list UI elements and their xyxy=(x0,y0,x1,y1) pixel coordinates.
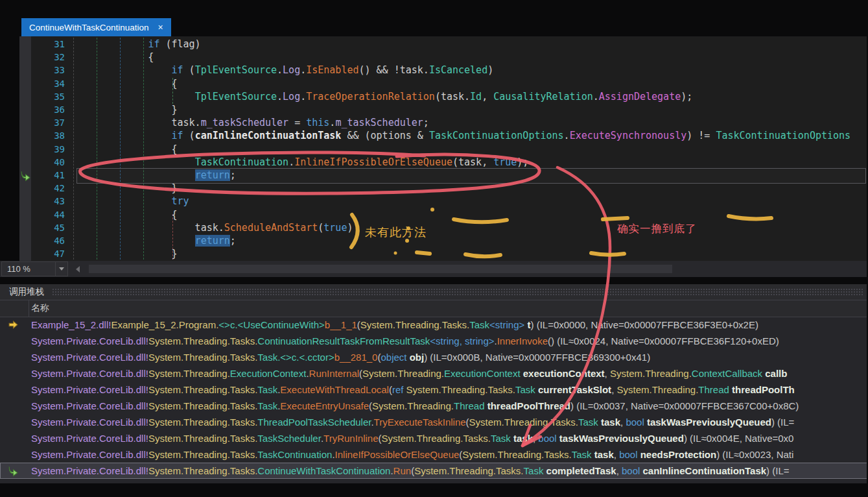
frame-token: , xyxy=(616,465,622,476)
code-token: this xyxy=(306,117,329,128)
frame-token: Task xyxy=(469,319,489,330)
code-token: if xyxy=(172,130,183,141)
frame-token: <>c.<UseContinueWith> xyxy=(218,319,324,330)
frame-token: ContextCallback xyxy=(692,368,762,379)
frame-token: TryRunInline xyxy=(323,433,378,444)
code-token xyxy=(78,130,172,141)
code-token: { xyxy=(78,143,178,155)
code-token: (flag) xyxy=(159,38,200,50)
frame-token: System.Threading.Tasks. xyxy=(148,449,257,460)
frame-token: b__1_1 xyxy=(325,319,357,330)
code-line-45[interactable]: 45 task.ScheduleAndStart(true) xyxy=(0,221,868,235)
frame-token: System.Threading.Tasks. xyxy=(148,352,257,363)
code-token: IsEnabled xyxy=(306,64,358,76)
code-text: if (TplEventSource.Log.IsEnabled() && !t… xyxy=(78,64,493,77)
code-token xyxy=(78,156,195,168)
code-token xyxy=(78,169,195,181)
frame-token: System.Private.CoreLib.dll! xyxy=(31,384,148,395)
code-line-47[interactable]: 47 } xyxy=(0,247,868,261)
frame-token: bool xyxy=(619,449,637,460)
code-token: } xyxy=(78,104,178,115)
code-line-42[interactable]: 42 } xyxy=(0,182,868,195)
code-token: () && !task. xyxy=(359,64,429,76)
frame-token: System.Threading. xyxy=(372,400,454,411)
frame-token: bool xyxy=(622,465,640,476)
stack-frame-row[interactable]: System.Private.CoreLib.dll!System.Thread… xyxy=(0,463,868,479)
code-token: . xyxy=(277,64,283,76)
frame-token: Example_15_2.Program. xyxy=(111,319,218,330)
frame-token: ExecuteWithThreadLocal xyxy=(280,384,389,395)
frame-token: ExecutionContext xyxy=(444,368,521,379)
line-number: 45 xyxy=(31,221,65,234)
zoom-level-select[interactable]: 110 % xyxy=(1,261,56,276)
frame-token: Thread xyxy=(454,400,485,411)
code-text: if (flag) xyxy=(78,38,201,51)
code-line-33[interactable]: 33 if (TplEventSource.Log.IsEnabled() &&… xyxy=(0,64,868,77)
code-line-41[interactable]: 41 return; xyxy=(0,169,868,182)
code-line-34[interactable]: 34 { xyxy=(0,77,868,91)
stack-frame-row[interactable]: Example_15_2.dll!Example_15_2.Program.<>… xyxy=(0,317,868,333)
code-line-35[interactable]: 35 TplEventSource.Log.TraceOperationRela… xyxy=(0,90,868,104)
frame-token: Task xyxy=(524,465,544,476)
frame-token: threadPoolTh xyxy=(729,384,795,395)
stack-frame-row[interactable]: System.Private.CoreLib.dll!System.Thread… xyxy=(0,349,868,365)
code-token: TaskContinuation xyxy=(195,156,289,168)
code-line-40[interactable]: 40 TaskContinuation.InlineIfPossibleOrEl… xyxy=(0,156,868,169)
code-text: return; xyxy=(78,169,236,182)
stack-frame-row[interactable]: System.Private.CoreLib.dll!System.Thread… xyxy=(0,365,868,382)
frame-token: Example_15_2.dll! xyxy=(31,319,111,330)
code-token: ; xyxy=(230,235,236,247)
code-line-39[interactable]: 39 { xyxy=(0,143,868,156)
stack-frame-row[interactable]: System.Private.CoreLib.dll!System.Thread… xyxy=(0,414,868,430)
code-text: if (canInlineContinuationTask && (option… xyxy=(78,129,850,142)
code-token: ( xyxy=(183,130,195,141)
stack-frame-row[interactable]: System.Private.CoreLib.dll!System.Thread… xyxy=(0,430,868,446)
frame-token: b__281_0 xyxy=(334,352,378,363)
frame-token: canInlineContinuationTask xyxy=(640,465,766,476)
frame-token: ) (IL= xyxy=(771,417,794,428)
stack-frame-row[interactable]: System.Private.CoreLib.dll!System.Thread… xyxy=(0,333,868,349)
code-editor[interactable]: 31 if (flag)32 {33 if (TplEventSource.Lo… xyxy=(0,36,868,261)
code-line-32[interactable]: 32 { xyxy=(0,51,868,64)
frame-token: <string, string> xyxy=(430,335,494,346)
editor-bottom-bar: 110 % xyxy=(0,261,868,277)
tab-bar: ContinueWithTaskContinuation × xyxy=(0,0,868,36)
frame-token: Task xyxy=(491,433,511,444)
code-token: { xyxy=(78,51,154,63)
frame-token: System.Threading. xyxy=(616,384,698,395)
code-line-37[interactable]: 37 task.m_taskScheduler = this.m_taskSch… xyxy=(0,116,868,130)
horizontal-scrollbar[interactable] xyxy=(80,261,868,277)
frame-token: bool xyxy=(538,433,556,444)
code-token: . xyxy=(288,156,294,168)
zoom-dropdown-button[interactable] xyxy=(56,261,68,276)
code-line-38[interactable]: 38 if (canInlineContinuationTask && (opt… xyxy=(0,129,868,143)
code-line-31[interactable]: 31 if (flag) xyxy=(0,38,868,51)
call-stack-panel-header[interactable]: 调用堆栈 xyxy=(0,284,868,300)
editor-tab[interactable]: ContinueWithTaskContinuation × xyxy=(21,18,171,36)
frame-token: needsProtection xyxy=(638,449,717,460)
frame-token: System.Threading. xyxy=(610,368,692,379)
code-line-46[interactable]: 46 return; xyxy=(0,234,868,248)
scrollbar-thumb[interactable] xyxy=(89,265,672,273)
code-token: TplEventSource xyxy=(195,64,277,76)
stack-frame-row[interactable]: System.Private.CoreLib.dll!System.Thread… xyxy=(0,398,868,414)
stack-frame-row[interactable]: System.Private.CoreLib.dll!System.Thread… xyxy=(0,382,868,398)
stack-frame-row[interactable]: System.Private.CoreLib.dll!System.Thread… xyxy=(0,446,868,463)
code-line-36[interactable]: 36 } xyxy=(0,103,868,117)
close-icon[interactable]: × xyxy=(158,22,163,32)
code-token: , xyxy=(482,91,493,103)
panel-filler xyxy=(0,479,868,483)
code-line-43[interactable]: 43 try xyxy=(0,195,868,208)
code-token: InlineIfPossibleOrElseQueue xyxy=(294,156,452,168)
code-token: m_taskScheduler xyxy=(335,117,423,128)
frame-token: Task xyxy=(257,400,277,411)
code-token: CausalityRelation xyxy=(493,91,593,103)
zoom-level-value: 110 % xyxy=(7,264,30,274)
panel-splitter[interactable] xyxy=(0,277,868,284)
code-token: m_taskScheduler xyxy=(201,117,288,128)
code-line-44[interactable]: 44 { xyxy=(0,208,868,222)
code-token: ); xyxy=(681,91,692,103)
column-header-name[interactable]: 名称 xyxy=(31,302,49,314)
frame-token: Thread xyxy=(698,384,729,395)
frame-token: System.Threading.Tasks. xyxy=(462,449,571,460)
